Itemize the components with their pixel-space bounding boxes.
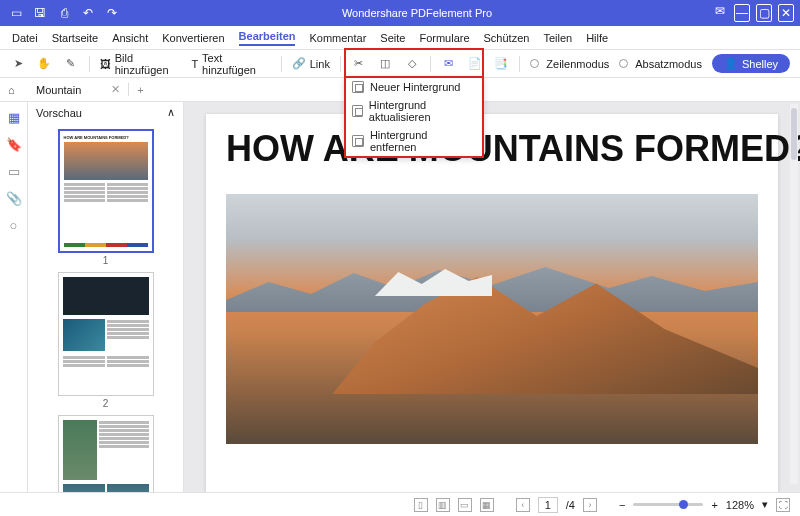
home-tab-icon[interactable]: ⌂ bbox=[8, 84, 15, 96]
thumbnail-title: Vorschau bbox=[36, 107, 82, 119]
doc-icon bbox=[352, 135, 364, 147]
menu-hilfe[interactable]: Hilfe bbox=[586, 32, 608, 44]
view-two-continuous-icon[interactable]: ▦ bbox=[480, 498, 494, 512]
canvas-area[interactable]: HOW ARE MOUNTAINS FORMED? bbox=[184, 102, 800, 516]
hand-tool-icon[interactable]: ✋ bbox=[36, 55, 52, 73]
dropdown-new-background[interactable]: Neuer Hintergrund bbox=[346, 78, 482, 96]
doc-icon bbox=[352, 81, 364, 93]
edit-tool-icon[interactable]: ✎ bbox=[63, 55, 79, 73]
user-icon: 👤 bbox=[724, 57, 738, 70]
separator bbox=[519, 56, 520, 72]
menu-formulare[interactable]: Formulare bbox=[419, 32, 469, 44]
side-rail: ▦ 🔖 ▭ 📎 ○ bbox=[0, 102, 28, 516]
vertical-scrollbar[interactable] bbox=[790, 104, 798, 484]
background-dropdown: Neuer Hintergrund Hintergrund aktualisie… bbox=[344, 76, 484, 158]
bookmarks-icon[interactable]: 🔖 bbox=[6, 137, 22, 152]
menu-datei[interactable]: Datei bbox=[12, 32, 38, 44]
titlebar-right-icons: ✉ ― ▢ ✕ bbox=[706, 4, 800, 22]
thumbnails-icon[interactable]: ▦ bbox=[8, 110, 20, 125]
separator bbox=[281, 56, 282, 72]
image-icon: 🖼 bbox=[100, 58, 111, 70]
document-headline[interactable]: HOW ARE MOUNTAINS FORMED? bbox=[226, 128, 758, 170]
prev-page-button[interactable]: ‹ bbox=[516, 498, 530, 512]
search-rail-icon[interactable]: ○ bbox=[10, 218, 18, 233]
page-current[interactable]: 1 bbox=[538, 497, 558, 513]
separator bbox=[89, 56, 90, 72]
user-pill[interactable]: 👤Shelley bbox=[712, 54, 790, 73]
document-tab[interactable]: Mountain ✕ bbox=[28, 83, 129, 96]
close-button[interactable]: ✕ bbox=[778, 4, 794, 22]
attachments-icon[interactable]: 📎 bbox=[6, 191, 22, 206]
minimize-button[interactable]: ― bbox=[734, 4, 750, 22]
add-image-button[interactable]: 🖼Bild hinzufügen bbox=[100, 52, 182, 76]
save-icon[interactable]: 🖫 bbox=[32, 6, 48, 20]
app-logo-icon: ▭ bbox=[8, 6, 24, 20]
menu-startseite[interactable]: Startseite bbox=[52, 32, 98, 44]
zoom-label: 128% bbox=[726, 499, 754, 511]
paragraph-mode-radio[interactable]: Absatzmodus bbox=[619, 58, 702, 70]
maximize-button[interactable]: ▢ bbox=[756, 4, 772, 22]
menu-seite[interactable]: Seite bbox=[380, 32, 405, 44]
app-title: Wondershare PDFelement Pro bbox=[128, 7, 706, 19]
titlebar: ▭ 🖫 ⎙ ↶ ↷ Wondershare PDFelement Pro ✉ ―… bbox=[0, 0, 800, 26]
zoom-in-button[interactable]: + bbox=[711, 499, 717, 511]
radio-icon bbox=[619, 59, 628, 68]
mail-icon[interactable]: ✉ bbox=[712, 4, 728, 22]
statusbar: ▯ ▥ ▭ ▦ ‹ 1 /4 › − + 128% ▾ ⛶ bbox=[0, 492, 800, 516]
zoom-dropdown-icon[interactable]: ▾ bbox=[762, 498, 768, 511]
workspace: ▦ 🔖 ▭ 📎 ○ Vorschau ∧ HOW ARE MOUNTAINS F… bbox=[0, 102, 800, 516]
fullscreen-icon[interactable]: ⛶ bbox=[776, 498, 790, 512]
menu-kommentar[interactable]: Kommentar bbox=[309, 32, 366, 44]
undo-icon[interactable]: ↶ bbox=[80, 6, 96, 20]
view-single-icon[interactable]: ▯ bbox=[414, 498, 428, 512]
bates-icon[interactable]: 📑 bbox=[493, 55, 509, 73]
line-mode-radio[interactable]: Zeilenmodus bbox=[530, 58, 609, 70]
thumbnail-2[interactable]: 2 bbox=[58, 272, 154, 409]
scrollbar-thumb[interactable] bbox=[791, 108, 797, 160]
menubar: Datei Startseite Ansicht Konvertieren Be… bbox=[0, 26, 800, 50]
thumbnail-list: HOW ARE MOUNTAINS FORMED? 1 bbox=[28, 123, 183, 516]
link-button[interactable]: 🔗Link bbox=[292, 57, 330, 70]
view-continuous-icon[interactable]: ▥ bbox=[436, 498, 450, 512]
menu-konvertieren[interactable]: Konvertieren bbox=[162, 32, 224, 44]
tab-close-icon[interactable]: ✕ bbox=[111, 83, 120, 96]
zoom-out-button[interactable]: − bbox=[619, 499, 625, 511]
link-icon: 🔗 bbox=[292, 57, 306, 70]
thumbnail-panel: Vorschau ∧ HOW ARE MOUNTAINS FORMED? 1 bbox=[28, 102, 184, 516]
separator bbox=[340, 56, 341, 72]
print-icon[interactable]: ⎙ bbox=[56, 6, 72, 20]
zoom-slider-knob[interactable] bbox=[679, 500, 688, 509]
dropdown-update-background[interactable]: Hintergrund aktualisieren bbox=[346, 96, 482, 126]
document-hero-image[interactable] bbox=[226, 194, 758, 444]
titlebar-quick-icons: ▭ 🖫 ⎙ ↶ ↷ bbox=[0, 6, 128, 20]
document-page[interactable]: HOW ARE MOUNTAINS FORMED? bbox=[206, 114, 778, 504]
thumbnail-1[interactable]: HOW ARE MOUNTAINS FORMED? 1 bbox=[58, 129, 154, 266]
dropdown-remove-background[interactable]: Hintergrund entfernen bbox=[346, 126, 482, 156]
view-two-page-icon[interactable]: ▭ bbox=[458, 498, 472, 512]
menu-teilen[interactable]: Teilen bbox=[543, 32, 572, 44]
zoom-slider[interactable] bbox=[633, 503, 703, 506]
redo-icon[interactable]: ↷ bbox=[104, 6, 120, 20]
collapse-panel-icon[interactable]: ∧ bbox=[167, 106, 175, 119]
highlight-box bbox=[344, 48, 484, 76]
select-tool-icon[interactable]: ➤ bbox=[10, 55, 26, 73]
add-text-button[interactable]: TText hinzufügen bbox=[191, 52, 270, 76]
doc-icon bbox=[352, 105, 363, 117]
menu-schuetzen[interactable]: Schützen bbox=[484, 32, 530, 44]
menu-ansicht[interactable]: Ansicht bbox=[112, 32, 148, 44]
thumbnail-header: Vorschau ∧ bbox=[28, 102, 183, 123]
radio-icon bbox=[530, 59, 539, 68]
menu-bearbeiten[interactable]: Bearbeiten bbox=[239, 30, 296, 46]
text-icon: T bbox=[191, 58, 198, 70]
comments-icon[interactable]: ▭ bbox=[8, 164, 20, 179]
next-page-button[interactable]: › bbox=[583, 498, 597, 512]
add-tab-button[interactable]: + bbox=[129, 84, 151, 96]
page-total: /4 bbox=[566, 499, 575, 511]
tab-label: Mountain bbox=[36, 84, 81, 96]
